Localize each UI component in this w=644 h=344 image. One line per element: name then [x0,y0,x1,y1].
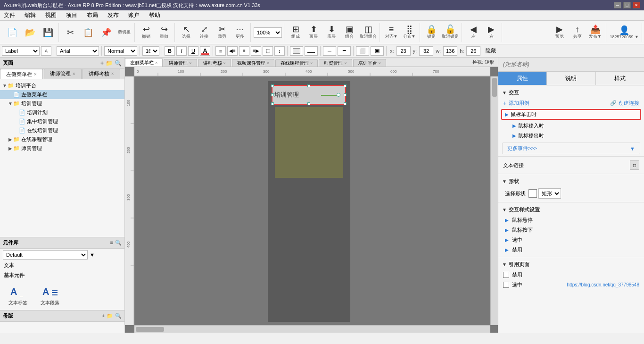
user-button[interactable]: 👤 1825720059 ▼ [609,24,640,42]
canvas-tab-video[interactable]: 视频课件管理 × [232,59,274,67]
sel-handle-mr[interactable] [344,93,347,96]
font-size-select[interactable]: 16 8 10 12 14 18 24 [142,46,159,56]
shape-section-header[interactable]: ▼ 形状 [498,176,644,187]
right-dir-button[interactable]: ▶ 右 [483,24,500,42]
tree-item-concentrated-training[interactable]: 📄 集中培训管理 [0,117,124,126]
justify-button[interactable]: ⬚ [263,46,273,56]
save-button[interactable]: 💾 [40,24,57,42]
tree-item-training-mgmt[interactable]: ▼ 📁 培训管理 [0,99,124,108]
tree-toggle[interactable]: ▶ [8,137,13,142]
tree-item-online-training[interactable]: 📄 在线培训管理 [0,126,124,135]
tab-close-icon[interactable]: × [111,71,114,76]
font-select[interactable]: Arial [57,46,99,56]
canvas-tab-teacher[interactable]: 讲师管理 × [164,59,197,67]
ref-page-header[interactable]: ▼ 引用页面 [498,259,644,270]
publish-button[interactable]: 📤 发布▼ [587,24,604,42]
pages-search-icon[interactable]: 🔍 [115,60,122,67]
align-right-button[interactable]: ≡▶ [251,46,261,56]
cut-button[interactable]: ✂ [62,24,79,42]
canvas-vscroll[interactable] [490,76,498,325]
tree-item-online-course[interactable]: ▶ 📁 在线课程管理 [0,135,124,144]
mousedown-style[interactable]: ▶ 鼠标按下 [498,225,644,235]
spacing-button[interactable]: ↕ [274,46,285,56]
sel-handle-bl[interactable] [271,102,274,105]
disabled-style[interactable]: ▶ 禁用 [498,245,644,255]
interaction-style-header[interactable]: ▼ 交互样式设置 [498,204,644,215]
more-events-button[interactable]: 更多事件>>> ▼ [502,143,640,154]
canvas-tab-close[interactable]: × [189,61,191,66]
align-left-button[interactable]: ◀≡ [227,46,238,56]
menu-file[interactable]: 文件 [2,10,17,20]
connect-button[interactable]: ⤢ 连接 [196,24,213,42]
create-link-button[interactable]: 🔗 创建连接 [610,100,639,107]
italic-button[interactable]: I [176,46,187,56]
undo-button[interactable]: ↩ 撤销 [138,24,155,42]
menu-help[interactable]: 帮助 [147,10,162,20]
selected-element[interactable]: 培训管理 [272,85,346,105]
preview-button[interactable]: ▶ 预览 [551,24,568,42]
canvas-hscroll[interactable] [134,325,490,333]
line-color-button[interactable] [305,46,318,56]
line-weight-button[interactable]: ━ [338,46,351,56]
select-button[interactable]: ↖ 选择 [178,24,195,42]
selected-style[interactable]: ▶ 选中 [498,235,644,245]
font-style-select[interactable]: Normal [104,46,137,56]
underline-button[interactable]: U [188,46,198,56]
crop-button[interactable]: ✂ 裁剪 [214,24,231,42]
comp-search-icon[interactable]: 🔍 [115,240,122,246]
font-color-button[interactable]: A [200,46,210,56]
share-button[interactable]: ↑ 共享 [569,24,586,42]
mouse-leave-event[interactable]: ▶ 鼠标移出时 [498,131,644,141]
align-center-button[interactable]: ≡ [239,46,249,56]
canvas-tab-teacher-assess[interactable]: 讲师考核 × [198,59,231,67]
compose-button[interactable]: ⊞ 组成 [287,24,304,42]
distribute-button[interactable]: ⣿ 分布▼ [401,24,418,42]
comp-menu-icon[interactable]: ≡ [110,240,113,246]
master-add-icon[interactable]: + [102,313,105,319]
close-button[interactable]: ✕ [633,2,640,8]
tree-toggle[interactable]: ▶ [8,146,13,151]
right-tab-style[interactable]: 样式 [596,72,644,85]
align-button[interactable]: ≡ 对齐▼ [383,24,400,42]
hscroll-thumb[interactable] [136,327,164,332]
lib-select[interactable]: Default [3,250,88,260]
y-input[interactable] [419,46,433,56]
corner2-button[interactable]: ▣ [371,46,384,56]
canvas-tab-online-course[interactable]: 在线课程管理 × [275,59,318,67]
right-tab-properties[interactable]: 属性 [498,72,547,85]
pages-add-icon[interactable]: + [100,60,104,67]
selected-checkbox[interactable] [503,282,509,288]
text-link-button[interactable]: □ [630,160,639,170]
menu-project[interactable]: 项目 [64,10,79,20]
zoom-select[interactable]: 100% 50% 200% [254,27,282,38]
disabled-checkbox[interactable] [503,272,509,278]
label-type-select[interactable]: Label [2,46,40,56]
x-input[interactable] [396,46,411,56]
minimize-button[interactable]: ─ [614,2,621,8]
tree-item-training-plan[interactable]: 📄 培训计划 [0,108,124,117]
tab-close-icon[interactable]: × [73,71,75,76]
canvas-tab-close[interactable]: × [267,61,269,66]
group-button[interactable]: ▣ 组合 [341,24,358,42]
tree-toggle[interactable]: ▼ [2,83,8,88]
unlock-button[interactable]: 🔓 取消锁定 [441,24,460,42]
label-style-button[interactable]: A [41,46,51,56]
sel-handle-tm[interactable] [307,84,310,87]
canvas-tab-close[interactable]: × [344,61,347,66]
sel-handle-tl[interactable] [271,84,274,87]
canvas-tab-faculty[interactable]: 师资管理 × [319,59,352,67]
interaction-section-header[interactable]: ▼ 交互 [498,87,644,98]
tab-left-menu[interactable]: 左侧菜单栏 × [0,69,43,79]
bold-button[interactable]: B [165,46,175,56]
vscroll-thumb[interactable] [492,78,497,97]
fill-color-button[interactable] [290,46,303,56]
canvas-tab-platform[interactable]: 培训平台 × [353,59,386,67]
corner-button[interactable]: ⬜ [356,46,369,56]
tab-teacher-assess[interactable]: 讲师考核 × [83,69,120,79]
lock-button[interactable]: 🔒 锁定 [423,24,440,42]
master-search-icon[interactable]: 🔍 [115,313,122,319]
canvas-tab-left-menu[interactable]: 左侧菜单栏 × [125,58,163,67]
tree-item-faculty[interactable]: ▶ 📁 师资管理 [0,144,124,153]
lib-expand-icon[interactable]: ▼ [90,252,95,258]
mouse-enter-event[interactable]: ▶ 鼠标移入时 [498,121,644,131]
